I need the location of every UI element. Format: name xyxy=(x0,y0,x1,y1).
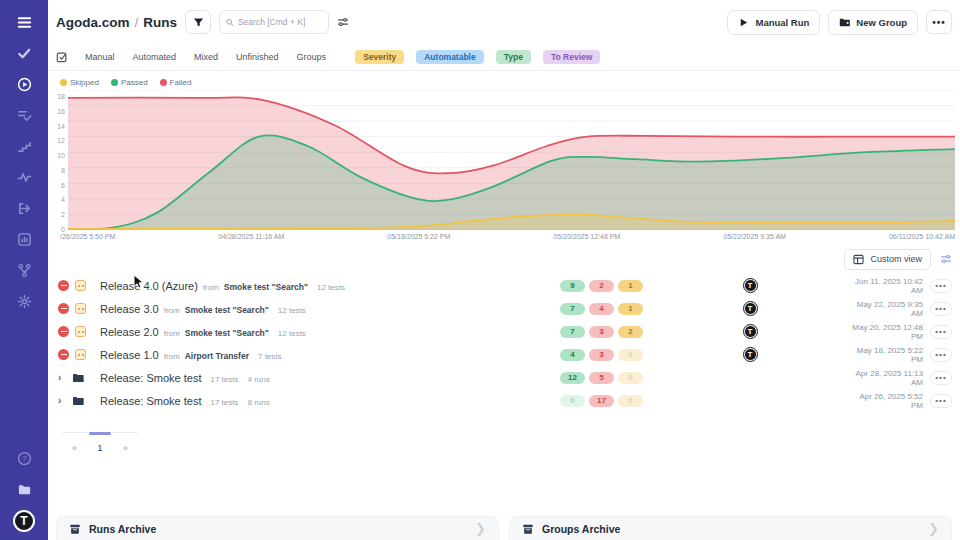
expand-chevron-icon[interactable]: › xyxy=(58,395,66,406)
chip-type[interactable]: Type xyxy=(496,50,531,64)
chart-plot[interactable] xyxy=(68,90,955,230)
row-more-button[interactable]: ••• xyxy=(930,348,952,362)
failed-count-badge: 17 xyxy=(589,395,614,407)
expand-chevron-icon[interactable]: › xyxy=(58,372,66,383)
run-date: May 20, 2025 12:48 PM xyxy=(848,323,923,341)
menu-icon[interactable] xyxy=(14,12,34,32)
runs-play-icon[interactable] xyxy=(14,74,34,94)
header-more-button[interactable]: ••• xyxy=(926,10,952,34)
group-folder-icon xyxy=(72,373,84,383)
main-area: Agoda.com / Runs Manual Run xyxy=(48,0,960,540)
custom-view-label: Custom view xyxy=(870,254,922,264)
row-icons: › xyxy=(56,349,100,360)
row-title: Release 4.0 (Azure) from Smoke test "Sea… xyxy=(100,280,560,292)
run-failed-status-icon xyxy=(58,326,69,337)
analytics-icon[interactable] xyxy=(14,229,34,249)
row-more-button[interactable]: ••• xyxy=(930,325,952,339)
run-source[interactable]: Smoke test "Search" xyxy=(185,328,269,338)
test-list-icon[interactable] xyxy=(14,105,34,125)
list-item[interactable]: › Release: Smoke test 17 tests 8 runs 01… xyxy=(56,389,952,412)
search-input[interactable] xyxy=(238,17,322,27)
steps-icon[interactable] xyxy=(14,136,34,156)
check-icon[interactable] xyxy=(14,43,34,63)
search-settings-icon[interactable] xyxy=(337,16,349,28)
list-item[interactable]: › Release 2.0 from Smoke test "Search" 1… xyxy=(56,320,952,343)
run-source[interactable]: Smoke test "Search" xyxy=(185,305,269,315)
new-group-button[interactable]: New Group xyxy=(828,10,918,35)
tab-mixed[interactable]: Mixed xyxy=(194,52,218,62)
list-item[interactable]: › Release 4.0 (Azure) from Smoke test "S… xyxy=(56,274,952,297)
svg-text:?: ? xyxy=(22,454,27,463)
list-item[interactable]: › Release 3.0 from Smoke test "Search" 1… xyxy=(56,297,952,320)
run-source[interactable]: Smoke test "Search" xyxy=(224,282,308,292)
pulse-icon[interactable] xyxy=(14,167,34,187)
avatar[interactable]: T xyxy=(744,302,757,315)
docs-icon[interactable] xyxy=(14,479,34,499)
search-icon xyxy=(226,18,234,27)
avatar[interactable]: T xyxy=(744,348,757,361)
branch-icon[interactable] xyxy=(14,260,34,280)
run-failed-status-icon xyxy=(58,280,69,291)
settings-gear-icon[interactable] xyxy=(14,291,34,311)
run-failed-status-icon xyxy=(58,349,69,360)
sidebar: ? T xyxy=(0,0,48,540)
pagination: « 1 » xyxy=(62,432,138,453)
search-box[interactable] xyxy=(219,10,329,34)
help-icon[interactable]: ? xyxy=(14,448,34,468)
run-title[interactable]: Release 2.0 xyxy=(100,326,159,338)
select-runs-icon[interactable] xyxy=(56,51,68,63)
legend-label: Passed xyxy=(121,78,148,87)
list-item[interactable]: › Release 1.0 from Airport Transfer 7 te… xyxy=(56,343,952,366)
import-icon[interactable] xyxy=(14,198,34,218)
skipped-count-badge: 1 xyxy=(618,280,643,292)
chip-automatable[interactable]: Automatable xyxy=(416,50,483,64)
x-tick-label: 04/28/2025 11:16 AM xyxy=(218,233,284,240)
filter-button[interactable] xyxy=(185,10,211,34)
list-settings-icon[interactable] xyxy=(940,253,952,265)
tab-groups[interactable]: Groups xyxy=(297,52,327,62)
legend-item-failed[interactable]: Failed xyxy=(160,78,192,87)
avatar[interactable]: T xyxy=(744,279,757,292)
failed-count-badge: 3 xyxy=(589,349,614,361)
row-more-button[interactable]: ••• xyxy=(930,279,952,293)
pagination-next[interactable]: » xyxy=(123,442,128,453)
y-tick-label: 10 xyxy=(52,152,65,159)
run-title[interactable]: Release 1.0 xyxy=(100,349,159,361)
runs-archive-card[interactable]: Runs Archive ❯ xyxy=(56,516,499,540)
custom-view-button[interactable]: Custom view xyxy=(844,249,931,270)
chip-to-review[interactable]: To Review xyxy=(543,50,600,64)
row-more-button[interactable]: ••• xyxy=(930,371,952,385)
x-tick-label: 05/20/2025 12:48 PM xyxy=(553,233,620,240)
tab-unfinished[interactable]: Unfinished xyxy=(236,52,279,62)
app-logo[interactable]: T xyxy=(13,510,35,532)
tab-automated[interactable]: Automated xyxy=(133,52,177,62)
list-item[interactable]: › Release: Smoke test 17 tests 4 runs 12… xyxy=(56,366,952,389)
run-tests-count: 12 tests xyxy=(317,283,345,292)
pagination-prev[interactable]: « xyxy=(72,442,77,453)
legend-item-passed[interactable]: Passed xyxy=(111,78,148,87)
y-tick-label: 18 xyxy=(52,93,65,100)
run-tests-count: 17 tests xyxy=(211,375,239,384)
chip-severity[interactable]: Severity xyxy=(355,50,404,64)
list-toolbar: Custom view xyxy=(48,244,960,274)
row-more-button[interactable]: ••• xyxy=(930,302,952,316)
x-tick-label: 06/11/2025 10:42 AM xyxy=(889,233,955,240)
breadcrumb-project[interactable]: Agoda.com xyxy=(56,15,130,30)
groups-archive-card[interactable]: Groups Archive ❯ xyxy=(509,516,952,540)
header-actions: Manual Run New Group ••• xyxy=(727,10,952,35)
y-tick-label: 8 xyxy=(52,167,65,174)
avatar[interactable]: T xyxy=(744,325,757,338)
run-title[interactable]: Release: Smoke test xyxy=(100,395,202,407)
run-title[interactable]: Release: Smoke test xyxy=(100,372,202,384)
run-source[interactable]: Airport Transfer xyxy=(185,351,249,361)
legend-item-skipped[interactable]: Skipped xyxy=(60,78,99,87)
mouse-cursor xyxy=(133,274,145,290)
pagination-page-1[interactable]: 1 xyxy=(97,442,102,453)
manual-run-button[interactable]: Manual Run xyxy=(727,10,820,35)
row-more-button[interactable]: ••• xyxy=(930,394,952,408)
tab-manual[interactable]: Manual xyxy=(85,52,115,62)
archive-box-icon xyxy=(69,523,81,535)
run-title[interactable]: Release 4.0 (Azure) xyxy=(100,280,198,292)
run-date: Jun 11, 2025 10:42 AM xyxy=(848,277,923,295)
run-title[interactable]: Release 3.0 xyxy=(100,303,159,315)
